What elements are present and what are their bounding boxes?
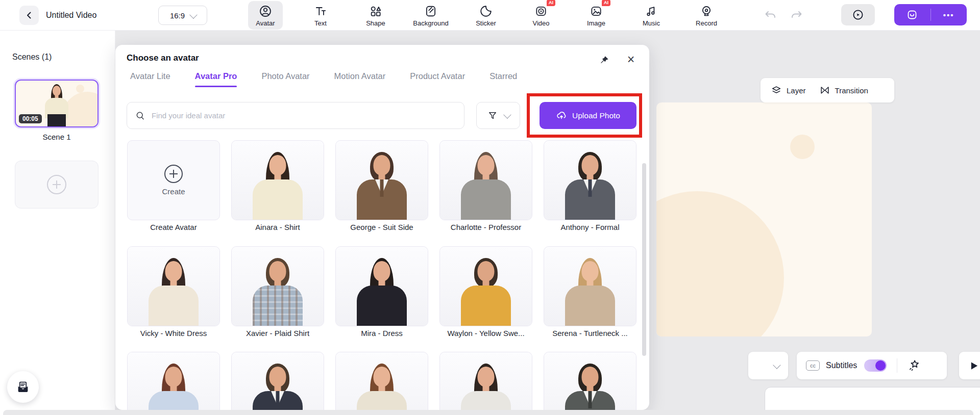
avatar-card[interactable]	[231, 352, 324, 410]
aspect-ratio-select[interactable]: 16:9	[158, 6, 207, 25]
tab-avatar-lite[interactable]: Avatar Lite	[130, 71, 170, 87]
music-icon	[645, 5, 658, 18]
avatar-card[interactable]	[335, 352, 428, 410]
filter-funnel-icon	[487, 111, 498, 121]
scene-label: Scene 1	[15, 133, 99, 141]
tab-motion-avatar[interactable]: Motion Avatar	[334, 71, 386, 87]
record-icon	[700, 5, 713, 18]
pin-button[interactable]	[596, 52, 612, 68]
search-icon	[135, 111, 145, 121]
avatar-card[interactable]	[439, 352, 532, 410]
avatar-card[interactable]	[335, 140, 428, 220]
subtitles-bar: cc Subtitles	[797, 352, 947, 379]
video-title: Untitled Video	[46, 0, 96, 31]
export-button-group: •••	[894, 4, 967, 25]
tab-image-ai[interactable]: AI Image	[569, 0, 624, 31]
tab-music[interactable]: Music	[624, 0, 679, 31]
play-circle-icon	[852, 9, 864, 21]
tab-photo-avatar[interactable]: Photo Avatar	[261, 71, 309, 87]
tab-starred[interactable]: Starred	[489, 71, 517, 87]
play-icon[interactable]	[969, 361, 979, 371]
scene-thumbnail[interactable]: 00:05	[15, 80, 99, 127]
background-icon	[424, 5, 437, 18]
shape-icon	[369, 5, 382, 18]
plus-icon	[47, 175, 66, 194]
avatar-card[interactable]	[335, 246, 428, 326]
message-envelope-icon	[15, 379, 31, 395]
layer-transition-bar: Layer Transition	[761, 78, 894, 102]
top-toolbar: Untitled Video 16:9 Avatar Text Shape Ba…	[0, 0, 980, 31]
avatar-label-row-2: Vicky - White Dress Xavier - Plaid Shirt…	[127, 329, 636, 338]
chevron-down-icon	[773, 361, 781, 369]
avatar-grid-row-3	[127, 352, 636, 410]
video-canvas[interactable]	[656, 102, 872, 336]
transition-icon	[819, 85, 830, 96]
scenes-heading: Scenes (1)	[12, 53, 52, 62]
cc-icon: cc	[806, 360, 820, 371]
close-icon[interactable]: ×	[623, 51, 639, 67]
upload-photo-button[interactable]: Upload Photo	[540, 102, 636, 129]
subtitles-label: Subtitles	[826, 361, 857, 370]
filter-button[interactable]	[476, 102, 520, 129]
avatar-tabs: Avatar Lite Avatar Pro Photo Avatar Moti…	[130, 71, 517, 87]
support-chat-button[interactable]	[7, 371, 39, 403]
history-controls	[764, 9, 803, 22]
tab-text[interactable]: Text	[293, 0, 348, 31]
avatar-card[interactable]	[231, 140, 324, 220]
avatar-card[interactable]	[127, 246, 220, 326]
chevron-down-icon	[503, 111, 511, 119]
layer-button[interactable]: Layer	[771, 85, 806, 96]
modal-title: Choose an avatar	[127, 53, 199, 63]
search-input[interactable]	[152, 111, 456, 120]
pin-icon	[599, 55, 609, 65]
ai-badge: AI	[602, 0, 610, 6]
avatar-search	[127, 102, 464, 129]
avatar-card[interactable]	[439, 246, 532, 326]
avatar-grid-row-1: Create	[127, 140, 636, 220]
export-button[interactable]	[894, 4, 930, 25]
chevron-down-icon	[189, 11, 198, 19]
canvas-decor-circle-big	[656, 191, 784, 336]
export-icon	[906, 9, 918, 20]
create-avatar-card[interactable]: Create	[127, 140, 220, 220]
avatar-card[interactable]	[544, 140, 636, 220]
layers-icon	[771, 85, 782, 96]
redo-icon[interactable]	[789, 9, 803, 22]
cloud-upload-icon	[556, 110, 567, 121]
bottom-panel-edge	[3, 410, 973, 415]
undo-icon[interactable]	[764, 9, 778, 22]
transition-button[interactable]: Transition	[819, 85, 868, 96]
avatar-card[interactable]	[231, 246, 324, 326]
modal-scrollbar[interactable]	[642, 163, 646, 356]
auto-subtitle-star-icon[interactable]	[908, 359, 921, 372]
video-icon	[534, 5, 548, 18]
image-icon	[590, 5, 603, 18]
preview-button[interactable]	[841, 4, 875, 25]
tab-avatar[interactable]: Avatar	[238, 0, 293, 31]
tab-shape[interactable]: Shape	[348, 0, 403, 31]
tab-product-avatar[interactable]: Product Avatar	[410, 71, 465, 87]
canvas-decor-circle-small	[790, 135, 815, 159]
avatar-card[interactable]	[439, 140, 532, 220]
sticker-icon	[479, 5, 493, 18]
divider	[897, 358, 897, 373]
more-options-button[interactable]: •••	[931, 4, 967, 25]
tab-background[interactable]: Background	[403, 0, 458, 31]
avatar-label-row-1: Create Avatar Ainara - Shirt George - Su…	[127, 223, 636, 231]
tab-sticker[interactable]: Sticker	[458, 0, 513, 31]
avatar-card[interactable]	[544, 352, 636, 410]
avatar-card[interactable]	[544, 246, 636, 326]
avatar-card[interactable]	[127, 352, 220, 410]
subtitles-toggle[interactable]	[864, 359, 887, 372]
tab-record[interactable]: Record	[679, 0, 734, 31]
scene-duration-badge: 00:05	[19, 114, 42, 123]
add-scene-button[interactable]	[15, 161, 99, 209]
back-button[interactable]	[19, 6, 39, 25]
tab-video-ai[interactable]: AI Video	[513, 0, 569, 31]
scenes-sidebar: Scenes (1) 00:05 Scene 1	[0, 31, 115, 415]
choose-avatar-modal: Choose an avatar × Avatar Lite Avatar Pr…	[115, 45, 649, 410]
playback-bar: 00:00 / 00:05	[959, 352, 980, 379]
tab-avatar-pro[interactable]: Avatar Pro	[195, 71, 237, 87]
collapse-button[interactable]	[748, 352, 788, 379]
avatar-icon	[259, 5, 272, 18]
